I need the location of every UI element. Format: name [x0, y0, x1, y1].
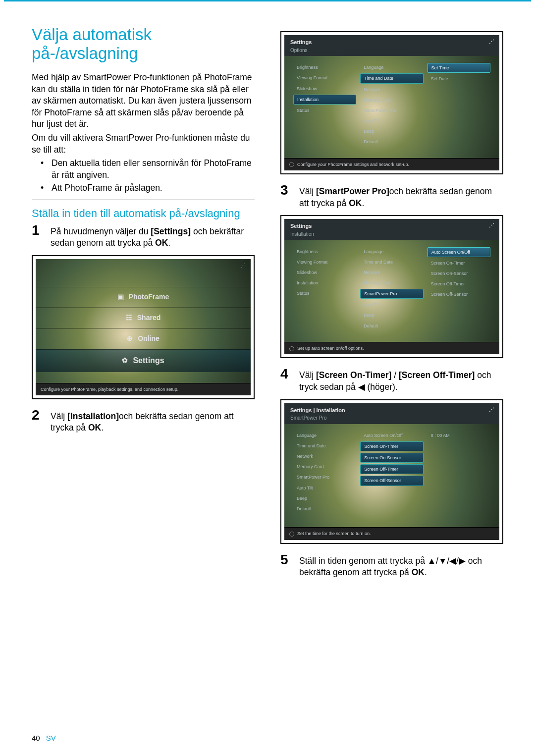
photo-icon: ▣	[117, 292, 124, 302]
settings-col-3: 8 : 00 AM	[428, 431, 490, 513]
settings-col-2: Auto Screen On/Off Screen On-Timer Scree…	[360, 431, 423, 513]
intro-para-2: Om du vill aktivera SmartPower Pro-funkt…	[32, 132, 255, 156]
intro-bullets: Den aktuella tiden eller sensornivån för…	[32, 158, 255, 194]
step-number: 2	[32, 408, 44, 434]
step-5: 5 Ställ in tiden genom att trycka på ▲/▼…	[280, 553, 503, 579]
hint-bar: Configure your PhotoFrame, playback sett…	[36, 383, 251, 395]
header-bar: Settings ⋰ Installation	[284, 219, 499, 240]
header-bar: Settings ⋰ Options	[284, 35, 499, 56]
step-4: 4 Välj [Screen On-Timer] / [Screen Off-T…	[280, 367, 503, 393]
step-body: Välj [Installation]och bekräfta sedan ge…	[51, 408, 255, 434]
step-body: Välj [Screen On-Timer] / [Screen Off-Tim…	[299, 367, 503, 393]
settings-col-3: Set Time Set Date	[428, 63, 490, 146]
settings-col-1: Brightness Viewing Format Slideshow Inst…	[293, 247, 356, 330]
menu-row-shared: ☷ Shared	[36, 308, 251, 328]
settings-col-1: Language Time and Date Network Memory Ca…	[293, 431, 356, 513]
gear-icon: ✿	[122, 356, 128, 365]
step-number: 4	[280, 367, 292, 393]
intro-bullet: Den aktuella tiden eller sensornivån för…	[41, 158, 255, 181]
wifi-icon: ⋰	[489, 222, 494, 229]
settings-col-2: Language Time and Date Network Memory Ca…	[360, 63, 423, 146]
page-number: 40	[32, 734, 40, 742]
step-body: Välj [SmartPower Pro]och bekräfta sedan …	[299, 183, 503, 209]
page-lang: SV	[46, 734, 56, 742]
step-number: 3	[280, 183, 292, 209]
header-bar: Settings | Installation ⋰ SmartPower Pro	[284, 403, 499, 424]
step-number: 5	[280, 553, 292, 579]
section-divider	[32, 200, 255, 200]
screenshot-smartpower: Settings | Installation ⋰ SmartPower Pro…	[280, 399, 503, 544]
intro-bullet: Att PhotoFrame är påslagen.	[41, 182, 255, 194]
step-body: På huvudmenyn väljer du [Settings] och b…	[51, 223, 255, 249]
menu-row-photoframe: ▣ PhotoFrame	[36, 287, 251, 308]
hint-bar: Set up auto screen on/off options.	[284, 342, 499, 354]
wifi-icon: ⋰	[489, 38, 494, 46]
shared-icon: ☷	[126, 313, 132, 323]
step-number: 1	[32, 223, 44, 249]
wifi-icon: ⋰	[489, 406, 494, 414]
page-footer: 40 SV	[32, 733, 56, 743]
screenshot-main-menu: ⋰ ▣ PhotoFrame ☷ Shared ⊕ Online ✿ Setti…	[32, 255, 255, 399]
screenshot-settings-options: Settings ⋰ Options Brightness Viewing Fo…	[280, 31, 503, 174]
settings-col-1: Brightness Viewing Format Slideshow Inst…	[293, 63, 356, 146]
step-2: 2 Välj [Installation]och bekräfta sedan …	[32, 408, 255, 434]
wifi-icon: ⋰	[240, 262, 246, 270]
menu-row-online: ⊕ Online	[36, 328, 251, 349]
step-body: Ställ in tiden genom att trycka på ▲/▼/◀…	[299, 553, 503, 579]
step-3: 3 Välj [SmartPower Pro]och bekräfta seda…	[280, 183, 503, 209]
nav-dot-icon	[289, 162, 294, 167]
section-heading: Välja automatisk på-/avslagning	[32, 25, 255, 63]
subsection-heading: Ställa in tiden till automatisk på-/avsl…	[32, 207, 255, 220]
hint-bar: Set the time for the screen to turn on.	[284, 527, 499, 540]
settings-col-2: Language Time and Date Network Memory Ca…	[360, 247, 423, 330]
globe-icon: ⊕	[127, 334, 133, 343]
nav-dot-icon	[289, 532, 294, 537]
nav-dot-icon	[289, 346, 294, 351]
screenshot-installation: Settings ⋰ Installation Brightness Viewi…	[280, 215, 503, 358]
hint-bar: Configure your PhotoFrame settings and n…	[284, 158, 499, 170]
step-1: 1 På huvudmenyn väljer du [Settings] och…	[32, 223, 255, 249]
settings-col-3: Auto Screen On/Off Screen On-Timer Scree…	[428, 247, 490, 330]
menu-row-settings: ✿ Settings	[36, 349, 251, 372]
intro-para-1: Med hjälp av SmartPower Pro-funktionen p…	[32, 72, 255, 130]
